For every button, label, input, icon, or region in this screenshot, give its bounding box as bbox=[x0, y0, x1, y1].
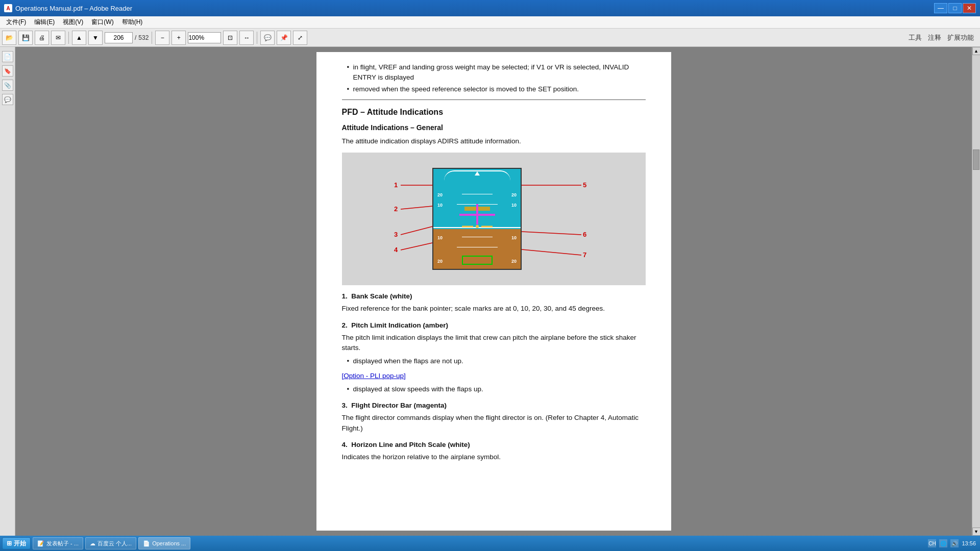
tray-volume: 🔊 bbox=[950, 539, 959, 547]
start-button[interactable]: ⊞ 开始 bbox=[2, 537, 31, 549]
airplane-symbol bbox=[462, 225, 493, 228]
item-2-bullet-1: displayed when the flaps are not up. bbox=[347, 356, 646, 366]
toolbar-email-button[interactable]: ✉ bbox=[51, 31, 65, 45]
start-label: 开始 bbox=[14, 539, 26, 548]
callout-5: 5 bbox=[583, 181, 586, 189]
zoom-input[interactable] bbox=[188, 32, 221, 43]
scroll-track[interactable] bbox=[972, 55, 980, 528]
left-panel-attachments[interactable]: 📎 bbox=[2, 80, 13, 91]
item-1-body: Fixed reference for the bank pointer; sc… bbox=[342, 304, 646, 314]
pitch-num-20-right: 20 bbox=[511, 192, 517, 199]
item-3-body: The flight director commands display whe… bbox=[342, 413, 646, 434]
page-total: 532 bbox=[138, 34, 149, 41]
attitude-inner: 20 20 10 10 bbox=[366, 163, 621, 275]
attitude-diagram: 20 20 10 10 bbox=[342, 153, 646, 285]
tools-label[interactable]: 工具 bbox=[909, 33, 922, 42]
taskbar-ops-icon: 📄 bbox=[143, 540, 150, 547]
menu-file[interactable]: 文件(F) bbox=[2, 17, 30, 28]
bottom-num-20-right: 20 bbox=[511, 258, 517, 265]
taskbar-item-post[interactable]: 📝 发表帖子 - ... bbox=[33, 537, 83, 549]
extend-label[interactable]: 扩展功能 bbox=[947, 33, 974, 42]
toolbar-print-button[interactable]: 🖨 bbox=[35, 31, 49, 45]
svg-line-7 bbox=[401, 243, 432, 250]
item-2-bullets-1: displayed when the flaps are not up. bbox=[342, 356, 646, 366]
menu-bar: 文件(F) 编辑(E) 视图(V) 窗口(W) 帮助(H) bbox=[0, 16, 980, 29]
callout-1: 1 bbox=[394, 181, 398, 189]
fit-width-button[interactable]: ↔ bbox=[239, 31, 254, 45]
tray-lang: CH bbox=[928, 539, 936, 547]
left-panel-pages[interactable]: 📄 bbox=[2, 51, 13, 62]
toolbar-save-button[interactable]: 💾 bbox=[18, 31, 33, 45]
item-2-bullet-2: displayed at slow speeds with the flaps … bbox=[347, 384, 646, 394]
taskbar-ops-label: Operations ... bbox=[152, 540, 186, 546]
minimize-button[interactable]: — bbox=[934, 3, 947, 13]
stamp-button[interactable]: 📌 bbox=[277, 31, 291, 45]
item-2-body: The pitch limit indication displays the … bbox=[342, 333, 646, 354]
pdf-page: in flight, VREF and landing gross weight… bbox=[316, 52, 671, 531]
item-1-heading: 1. Bank Scale (white) bbox=[342, 291, 646, 302]
window-title: Operations Manual.pdf – Adobe Reader bbox=[15, 5, 132, 12]
pitch-num-10-left: 10 bbox=[437, 202, 443, 209]
menu-view[interactable]: 视图(V) bbox=[59, 17, 87, 28]
green-rect bbox=[462, 256, 493, 265]
tray-network: 🌐 bbox=[939, 539, 947, 547]
left-panel-bookmarks[interactable]: 🔖 bbox=[2, 65, 13, 77]
left-panel-comments[interactable]: 💬 bbox=[2, 94, 13, 105]
bottom-num-20-left: 20 bbox=[437, 258, 443, 265]
taskbar-time: 13:56 bbox=[962, 540, 976, 546]
scroll-up-button[interactable]: ▲ bbox=[972, 47, 981, 55]
taskbar-item-operations[interactable]: 📄 Operations ... bbox=[138, 537, 190, 549]
menu-edit[interactable]: 编辑(E) bbox=[30, 17, 59, 28]
separator2 bbox=[152, 32, 152, 44]
taskbar-item-baidu[interactable]: ☁ 百度云 个人... bbox=[85, 537, 136, 549]
svg-line-9 bbox=[522, 232, 581, 235]
separator1 bbox=[68, 32, 69, 44]
svg-line-5 bbox=[401, 206, 432, 209]
top-bullets: in flight, VREF and landing gross weight… bbox=[342, 62, 646, 94]
toolbar-open-button[interactable]: 📂 bbox=[2, 31, 16, 45]
item-2-link[interactable]: [Option - PLI pop-up] bbox=[342, 371, 646, 381]
item-4-body: Indicates the horizon relative to the ai… bbox=[342, 452, 646, 462]
comment-label[interactable]: 注释 bbox=[928, 33, 941, 42]
gnd-num-10-right: 10 bbox=[511, 235, 517, 242]
fit-page-button[interactable]: ⊡ bbox=[223, 31, 237, 45]
title-bar-controls[interactable]: — □ ✕ bbox=[934, 3, 976, 13]
scrollbar[interactable]: ▲ ▼ bbox=[972, 47, 980, 536]
scroll-thumb[interactable] bbox=[973, 149, 979, 170]
toolbar: 📂 💾 🖨 ✉ ▲ ▼ / 532 − + ⊡ ↔ 💬 📌 ⤢ 工具 注释 扩展… bbox=[0, 29, 980, 47]
taskbar: ⊞ 开始 📝 发表帖子 - ... ☁ 百度云 个人... 📄 Operatio… bbox=[0, 536, 980, 551]
option-pli-link[interactable]: [Option - PLI pop-up] bbox=[342, 372, 406, 380]
scroll-down-button[interactable]: ▼ bbox=[972, 528, 981, 536]
zoom-out-button[interactable]: − bbox=[155, 31, 169, 45]
callout-3: 3 bbox=[394, 231, 398, 238]
start-icon: ⊞ bbox=[7, 540, 12, 547]
menu-window[interactable]: 窗口(W) bbox=[87, 17, 117, 28]
title-bar: A Operations Manual.pdf – Adobe Reader —… bbox=[0, 0, 980, 16]
heading-attitude: Attitude Indications – General bbox=[342, 122, 646, 133]
taskbar-post-icon: 📝 bbox=[37, 540, 44, 547]
comment-button[interactable]: 💬 bbox=[260, 31, 275, 45]
zoom-in-button[interactable]: + bbox=[172, 31, 186, 45]
expand-button[interactable]: ⤢ bbox=[293, 31, 307, 45]
svg-line-6 bbox=[401, 227, 432, 235]
next-page-button[interactable]: ▼ bbox=[88, 31, 103, 45]
taskbar-baidu-label: 百度云 个人... bbox=[97, 540, 132, 547]
main-area: 📄 🔖 📎 💬 in flight, VREF and landing gros… bbox=[0, 47, 980, 536]
page-number-input[interactable] bbox=[105, 32, 133, 43]
page-separator: / bbox=[135, 34, 136, 41]
heading-pfd: PFD – Attitude Indications bbox=[342, 106, 646, 118]
item-2-bullets-2: displayed at slow speeds with the flaps … bbox=[342, 384, 646, 394]
document-area[interactable]: in flight, VREF and landing gross weight… bbox=[15, 47, 972, 536]
title-bar-left: A Operations Manual.pdf – Adobe Reader bbox=[4, 4, 132, 12]
maximize-button[interactable]: □ bbox=[948, 3, 962, 13]
item-2-heading: 2. Pitch Limit Indication (amber) bbox=[342, 320, 646, 331]
close-button[interactable]: ✕ bbox=[963, 3, 976, 13]
intro-text: The attitude indication displays ADIRS a… bbox=[342, 136, 646, 146]
callout-2: 2 bbox=[394, 205, 398, 213]
pitch-num-20-left: 20 bbox=[437, 192, 443, 199]
prev-page-button[interactable]: ▲ bbox=[72, 31, 86, 45]
callout-7: 7 bbox=[583, 251, 586, 259]
bank-pointer bbox=[475, 171, 480, 176]
section-divider bbox=[342, 99, 646, 100]
menu-help[interactable]: 帮助(H) bbox=[118, 17, 147, 28]
